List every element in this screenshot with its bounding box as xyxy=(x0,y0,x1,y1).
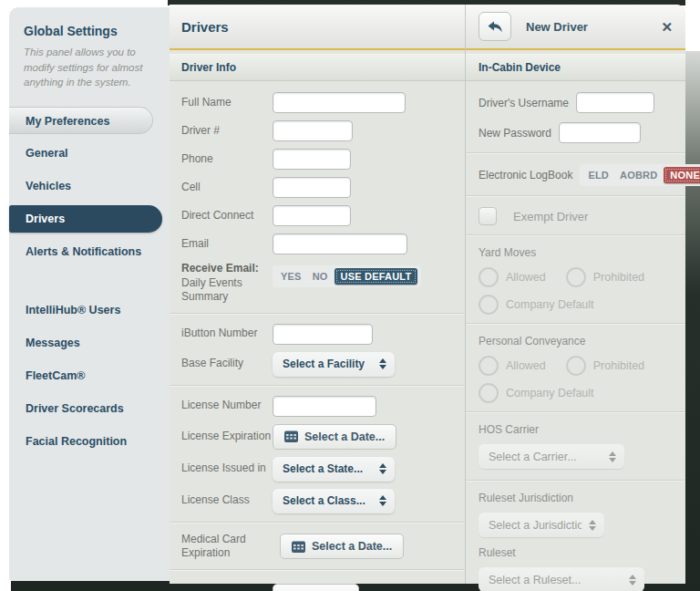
yard-moves-prohibited-radio[interactable] xyxy=(566,267,586,287)
spinner-arrows-icon xyxy=(379,495,386,506)
receive-email-label-rest: Daily Events Summary xyxy=(181,276,242,304)
receive-email-option-no[interactable]: NO xyxy=(308,268,333,285)
ruleset-jurisdiction-group: Ruleset Jurisdiction Select a Jurisdicti… xyxy=(479,492,673,537)
sidebar-description: This panel allows you to modify settings… xyxy=(9,38,170,90)
ruleset-jurisdiction-select[interactable]: Select a Jurisdiction... xyxy=(479,513,604,537)
cell-label: Cell xyxy=(181,181,273,195)
yard-moves-label: Yard Moves xyxy=(479,246,673,259)
sidebar-item-fleetcam[interactable]: FleetCam® xyxy=(9,362,170,389)
yard-moves-options-row-2: Company Default xyxy=(479,295,673,315)
cell-input[interactable] xyxy=(273,177,351,198)
ruleset-jurisdiction-value: Select a Jurisdiction... xyxy=(489,519,582,532)
direct-connect-row: Direct Connect xyxy=(181,205,453,226)
direct-connect-input[interactable] xyxy=(273,205,351,226)
license-class-row: License Class Select a Class... xyxy=(181,489,453,513)
yard-moves-company-default-radio[interactable] xyxy=(479,295,499,315)
phone-label: Phone xyxy=(181,152,273,167)
license-issued-value: Select a State... xyxy=(283,462,363,475)
background-app-edge-right xyxy=(685,51,700,591)
username-input[interactable] xyxy=(576,92,654,113)
full-name-input[interactable] xyxy=(273,92,406,113)
personal-conveyance-company-default-radio[interactable] xyxy=(479,383,499,403)
sidebar-item-messages[interactable]: Messages xyxy=(9,329,170,357)
sidebar-item-facial-recognition[interactable]: Facial Recognition xyxy=(9,428,170,455)
personal-conveyance-allowed-radio[interactable] xyxy=(479,356,499,376)
spinner-arrows-icon xyxy=(629,575,636,586)
receive-email-toggle: YES NO USE DEFAULT xyxy=(273,265,421,287)
license-expiration-date-button[interactable]: Select a Date... xyxy=(273,424,396,450)
receive-email-option-yes[interactable]: YES xyxy=(276,268,306,285)
base-facility-label: Base Facility xyxy=(181,357,273,371)
ruleset-value: Select a Ruleset... xyxy=(489,574,581,586)
medical-card-date-button[interactable]: Select a Date... xyxy=(280,534,404,559)
yard-moves-company-default-label: Company Default xyxy=(506,298,594,311)
logbook-option-none[interactable]: NONE xyxy=(664,167,700,183)
medical-card-value: Select a Date... xyxy=(312,540,392,553)
spinner-arrows-icon xyxy=(589,520,596,531)
personal-conveyance-prohibited-radio[interactable] xyxy=(566,356,586,376)
sidebar-item-my-preferences[interactable]: My Preferences xyxy=(9,107,153,134)
sidebar-menu: My Preferences General Vehicles Drivers … xyxy=(9,107,170,455)
email-row: Email xyxy=(181,233,453,254)
new-password-label: New Password xyxy=(479,127,551,140)
sidebar-item-drivers[interactable]: Drivers xyxy=(9,205,162,233)
divider xyxy=(466,195,685,197)
sidebar-item-driver-scorecards[interactable]: Driver Scorecards xyxy=(9,395,170,422)
exempt-driver-checkbox[interactable] xyxy=(479,207,497,225)
global-settings-overlay: Global Settings This panel allows you to… xyxy=(0,0,700,591)
in-cabin-device-form: Driver's Username New Password Electroni… xyxy=(466,81,685,591)
license-issued-row: License Issued in Select a State... xyxy=(181,457,453,482)
divider xyxy=(170,313,465,315)
phone-row: Phone xyxy=(181,149,453,170)
license-class-select[interactable]: Select a Class... xyxy=(273,489,395,513)
license-number-label: License Number xyxy=(181,399,273,413)
in-cabin-device-section-header: In-Cabin Device xyxy=(466,54,685,81)
hos-carrier-select[interactable]: Select a Carrier... xyxy=(479,444,624,469)
sidebar-title: Global Settings xyxy=(9,7,170,38)
license-issued-select[interactable]: Select a State... xyxy=(273,457,395,482)
sidebar-group-gap xyxy=(9,271,170,296)
sidebar-item-vehicles[interactable]: Vehicles xyxy=(9,172,170,200)
ibutton-row: iButton Number xyxy=(181,324,453,345)
add-home-button[interactable]: Add Home... xyxy=(273,584,359,591)
driver-info-form: Full Name Driver # Phone Cell Direct Con… xyxy=(170,81,465,591)
phone-input[interactable] xyxy=(273,149,351,170)
logbook-option-eld[interactable]: ELD xyxy=(583,167,613,183)
license-number-input[interactable] xyxy=(273,396,376,417)
email-input[interactable] xyxy=(273,233,407,254)
personal-conveyance-allowed-label: Allowed xyxy=(506,359,546,372)
spinner-arrows-icon xyxy=(379,358,386,369)
personal-conveyance-options-row-2: Company Default xyxy=(479,383,673,403)
receive-email-label: Receive Email: Daily Events Summary xyxy=(181,262,273,305)
personal-conveyance-company-default-label: Company Default xyxy=(506,387,594,399)
sidebar-item-general[interactable]: General xyxy=(9,140,170,167)
hos-carrier-group: HOS Carrier Select a Carrier... xyxy=(479,423,673,469)
username-label: Driver's Username xyxy=(479,97,569,109)
direct-connect-label: Direct Connect xyxy=(181,209,273,223)
yard-moves-allowed-label: Allowed xyxy=(506,271,546,284)
driver-number-label: Driver # xyxy=(181,124,273,139)
personal-conveyance-group: Personal Conveyance Allowed Prohibited C… xyxy=(479,335,673,403)
logbook-option-aobrd[interactable]: AOBRD xyxy=(615,167,662,183)
new-driver-header: New Driver ✕ xyxy=(466,5,685,50)
new-password-input[interactable] xyxy=(559,122,641,143)
exempt-driver-row: Exempt Driver xyxy=(479,207,673,225)
drivers-panel-header: Drivers xyxy=(170,5,465,50)
close-icon[interactable]: ✕ xyxy=(661,20,673,34)
base-facility-select[interactable]: Select a Facility xyxy=(273,352,395,377)
ibutton-input[interactable] xyxy=(273,324,373,345)
receive-email-option-use-default[interactable]: USE DEFAULT xyxy=(335,268,418,285)
new-password-row: New Password xyxy=(479,122,673,143)
spinner-arrows-icon xyxy=(609,451,616,462)
license-expiration-label: License Expiration xyxy=(181,430,273,444)
driver-number-input[interactable] xyxy=(273,120,353,141)
yard-moves-options-row-1: Allowed Prohibited xyxy=(479,267,673,287)
username-row: Driver's Username xyxy=(479,92,673,113)
back-button[interactable] xyxy=(479,12,511,41)
ruleset-select[interactable]: Select a Ruleset... xyxy=(479,567,644,591)
yard-moves-allowed-radio[interactable] xyxy=(479,267,499,287)
sidebar-item-intellihub-users[interactable]: IntelliHub® Users xyxy=(9,296,170,324)
sidebar-item-alerts-notifications[interactable]: Alerts & Notifications xyxy=(9,238,170,265)
cell-row: Cell xyxy=(181,177,453,198)
new-driver-title: New Driver xyxy=(526,20,661,34)
